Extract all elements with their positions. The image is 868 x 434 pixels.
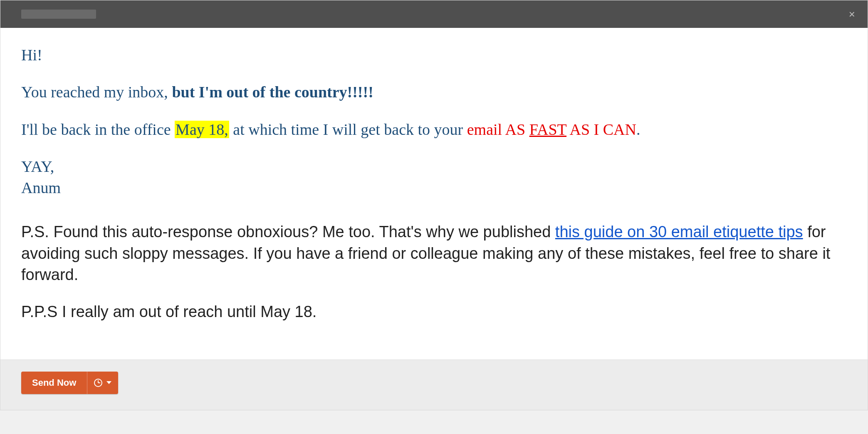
line3-red-1: email AS	[467, 121, 529, 138]
pps-line: P.P.S I really am out of reach until May…	[21, 301, 847, 322]
plain-block: P.S. Found this auto-response obnoxious?…	[21, 221, 847, 322]
line3-mid: at which time I will get back to your	[229, 121, 467, 138]
send-now-label: Send Now	[32, 377, 76, 388]
send-schedule-dropdown[interactable]	[87, 372, 118, 394]
line3-pre: I'll be back in the office	[21, 121, 175, 138]
send-now-button[interactable]: Send Now	[21, 372, 87, 394]
titlebar: ×	[0, 0, 868, 28]
clock-icon	[94, 379, 102, 387]
send-button-group: Send Now	[21, 372, 118, 394]
line2-bold: but I'm out of the country!!!!!	[172, 83, 373, 101]
line2-pre: You reached my inbox,	[21, 83, 172, 101]
return-date-highlight: May 18,	[175, 121, 229, 138]
ps-pre: P.S. Found this auto-response obnoxious?…	[21, 223, 555, 241]
line3-red-fast: FAST	[529, 121, 566, 138]
line3-red-2: AS I CAN	[566, 121, 636, 138]
email-body[interactable]: Hi! You reached my inbox, but I'm out of…	[0, 28, 868, 360]
line3-period: .	[636, 121, 640, 138]
comic-block: Hi! You reached my inbox, but I'm out of…	[21, 45, 847, 198]
signoff-name: Anum	[21, 177, 847, 198]
close-icon: ×	[849, 8, 855, 20]
signoff-yay: YAY,	[21, 156, 847, 177]
close-button[interactable]: ×	[849, 9, 855, 20]
etiquette-guide-link[interactable]: this guide on 30 email etiquette tips	[555, 223, 803, 241]
back-in-office-line: I'll be back in the office May 18, at wh…	[21, 119, 847, 140]
compose-window: × Hi! You reached my inbox, but I'm out …	[0, 0, 868, 410]
title-placeholder	[21, 10, 96, 19]
footer-bar: Send Now	[0, 360, 868, 410]
ps-line: P.S. Found this auto-response obnoxious?…	[21, 221, 847, 285]
out-of-country-line: You reached my inbox, but I'm out of the…	[21, 82, 847, 103]
caret-down-icon	[106, 381, 111, 384]
greeting-line: Hi!	[21, 45, 847, 66]
